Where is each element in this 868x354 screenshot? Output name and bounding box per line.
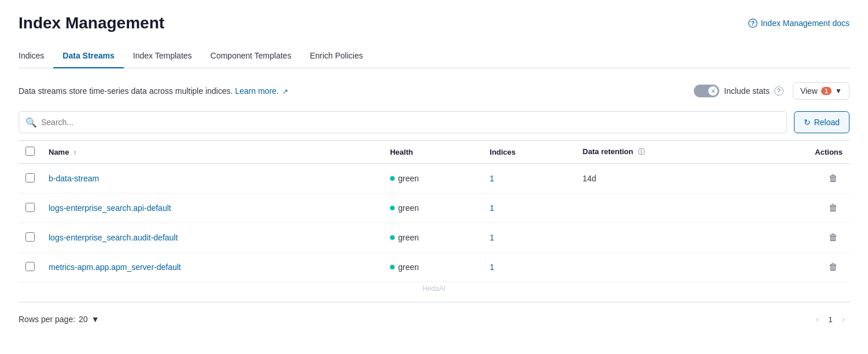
prev-page-button[interactable]: ‹ <box>811 312 823 327</box>
chevron-down-icon-rows: ▼ <box>91 315 100 324</box>
health-dot-1 <box>390 206 395 210</box>
data-retention-cell-2 <box>576 223 753 253</box>
view-button[interactable]: View 1 ▼ <box>793 82 849 100</box>
row-checkbox-3[interactable] <box>25 262 35 271</box>
include-stats-label: Include stats <box>724 86 770 96</box>
rows-per-page-selector[interactable]: Rows per page: 20 ▼ <box>19 315 100 324</box>
view-badge: 1 <box>821 87 832 95</box>
data-retention-cell-1 <box>576 194 753 223</box>
include-stats-control: ✕ Include stats ? <box>694 85 784 97</box>
tab-data-streams[interactable]: Data Streams <box>53 44 124 68</box>
delete-button-0[interactable]: 🗑 <box>824 171 843 186</box>
health-dot-0 <box>390 176 395 181</box>
col-header-health: Health <box>383 141 483 164</box>
learn-more-link[interactable]: Learn more. ↗ <box>235 86 288 96</box>
data-retention-cell-0: 14d <box>576 164 753 194</box>
health-dot-3 <box>390 265 395 269</box>
tab-component-templates[interactable]: Component Templates <box>201 44 301 68</box>
col-header-actions: Actions <box>753 141 849 164</box>
stream-name-link-1[interactable]: logs-enterprise_search.api-default <box>49 203 171 213</box>
health-cell-3: green <box>390 262 476 272</box>
health-label-2: green <box>398 233 419 242</box>
table-footer: Rows per page: 20 ▼ ‹ 1 › <box>19 302 849 336</box>
next-page-button[interactable]: › <box>837 312 849 327</box>
health-label-0: green <box>398 174 419 183</box>
col-header-data-retention: Data retention ⓘ <box>576 141 753 164</box>
tab-indices[interactable]: Indices <box>19 44 53 68</box>
row-checkbox-1[interactable] <box>25 203 35 212</box>
indices-link-0[interactable]: 1 <box>490 174 494 183</box>
delete-button-2[interactable]: 🗑 <box>824 230 843 245</box>
indices-link-2[interactable]: 1 <box>490 233 494 242</box>
data-streams-table: Name ↑ Health Indices Data retention ⓘ A… <box>19 140 849 282</box>
table-row: logs-enterprise_search.audit-default gre… <box>19 223 849 253</box>
delete-button-3[interactable]: 🗑 <box>824 260 843 275</box>
health-cell-2: green <box>390 233 476 242</box>
table-row: b-data-stream green 1 14d 🗑 <box>19 164 849 194</box>
table-row: metrics-apm.app.apm_server-default green… <box>19 253 849 282</box>
data-retention-info-icon[interactable]: ⓘ <box>638 148 645 156</box>
indices-link-1[interactable]: 1 <box>490 203 494 213</box>
book-icon: ? <box>748 19 757 28</box>
tab-index-templates[interactable]: Index Templates <box>124 44 201 68</box>
docs-link[interactable]: ? Index Management docs <box>748 19 849 28</box>
tab-enrich-policies[interactable]: Enrich Policies <box>300 44 372 68</box>
health-dot-2 <box>390 235 395 240</box>
svg-text:?: ? <box>751 20 754 27</box>
col-header-name: Name ↑ <box>42 141 383 164</box>
pagination: ‹ 1 › <box>811 312 849 327</box>
reload-button[interactable]: ↻ Reload <box>794 111 849 133</box>
chevron-down-icon: ▼ <box>835 87 842 95</box>
include-stats-toggle[interactable]: ✕ <box>694 85 719 97</box>
description-text: Data streams store time-series data acro… <box>19 86 288 96</box>
search-container: 🔍 ↻ Reload <box>19 111 849 133</box>
reload-icon: ↻ <box>804 118 811 127</box>
health-label-3: green <box>398 262 419 272</box>
stream-name-link-2[interactable]: logs-enterprise_search.audit-default <box>49 233 178 242</box>
include-stats-help-icon[interactable]: ? <box>774 86 784 96</box>
data-retention-cell-3 <box>576 253 753 282</box>
search-icon: 🔍 <box>25 117 37 128</box>
page-number: 1 <box>828 315 832 324</box>
health-cell-0: green <box>390 174 476 183</box>
indices-link-3[interactable]: 1 <box>490 262 494 272</box>
sort-icon-name[interactable]: ↑ <box>73 149 77 156</box>
watermark: HedaAI <box>19 282 849 297</box>
select-all-checkbox[interactable] <box>25 147 35 156</box>
page-title: Index Management <box>19 14 164 32</box>
stream-name-link-3[interactable]: metrics-apm.app.apm_server-default <box>49 262 181 272</box>
search-input[interactable] <box>19 111 787 133</box>
health-label-1: green <box>398 203 419 213</box>
stream-name-link-0[interactable]: b-data-stream <box>49 174 99 183</box>
col-header-indices: Indices <box>483 141 576 164</box>
row-checkbox-0[interactable] <box>25 173 35 183</box>
delete-button-1[interactable]: 🗑 <box>824 200 843 216</box>
table-row: logs-enterprise_search.api-default green… <box>19 194 849 223</box>
tabs-bar: Indices Data Streams Index Templates Com… <box>19 44 849 68</box>
search-wrapper: 🔍 <box>19 111 787 133</box>
row-checkbox-2[interactable] <box>25 232 35 242</box>
health-cell-1: green <box>390 203 476 213</box>
